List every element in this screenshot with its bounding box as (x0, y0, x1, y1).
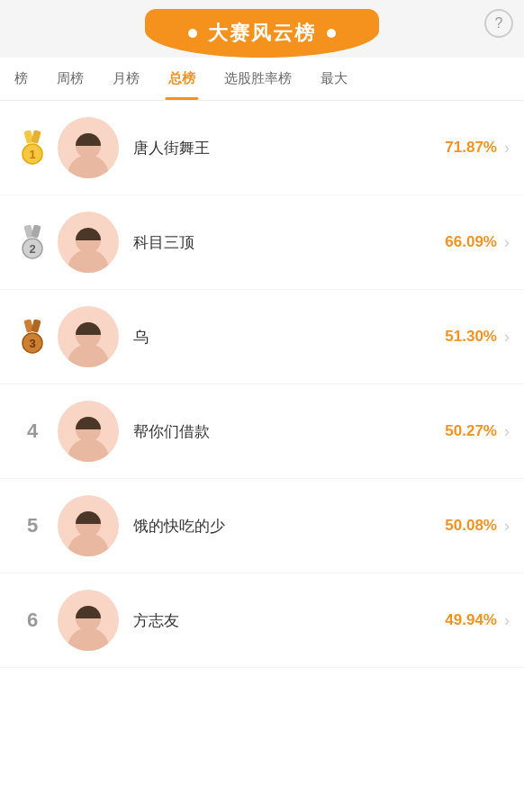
banner-dot-right (327, 29, 336, 38)
medal-bronze-icon: 3 (15, 320, 50, 354)
rank-badge-5: 5 (14, 514, 50, 537)
rank-name-3: 乌 (133, 327, 445, 347)
rank-score-1: 71.87% (445, 139, 497, 157)
medal-silver-icon: 2 (15, 225, 50, 259)
banner-title: 大赛风云榜 (208, 20, 316, 47)
rank-score-5: 50.08% (445, 517, 497, 535)
rank-badge-6: 6 (14, 609, 50, 632)
rank-score-4: 50.27% (445, 422, 497, 440)
tabs-container: 榜 周榜 月榜 总榜 选股胜率榜 最大 (0, 58, 524, 101)
rank-item-1[interactable]: 1 唐人街舞王 71.87% › (0, 101, 524, 195)
tab-stock[interactable]: 选股胜率榜 (210, 58, 306, 100)
svg-text:1: 1 (29, 148, 35, 161)
chevron-icon-2: › (504, 233, 510, 252)
svg-rect-5 (31, 225, 41, 239)
rank-item-6[interactable]: 6 方志友 49.94% › (0, 573, 524, 668)
rank-list: 1 唐人街舞王 71.87% › 2 (0, 101, 524, 668)
tab-total-label: 总榜 (168, 70, 195, 86)
tab-best[interactable]: 最大 (306, 58, 362, 100)
tab-week[interactable]: 周榜 (42, 58, 98, 100)
rank-badge-2: 2 (14, 225, 50, 259)
tab-day-label: 榜 (14, 70, 28, 86)
tab-day[interactable]: 榜 (0, 58, 42, 100)
rank-badge-1: 1 (14, 131, 50, 165)
svg-rect-1 (31, 131, 41, 144)
avatar-2 (58, 212, 119, 273)
banner-shape: 大赛风云榜 (145, 9, 379, 58)
svg-text:3: 3 (29, 337, 35, 350)
tab-month-label: 月榜 (113, 70, 140, 86)
header-banner: 大赛风云榜 ? (0, 0, 524, 58)
rank-score-6: 49.94% (445, 611, 497, 629)
banner-dot-left (188, 29, 197, 38)
tab-best-label: 最大 (321, 70, 348, 86)
svg-text:2: 2 (29, 242, 35, 256)
question-icon: ? (495, 15, 503, 32)
medal-gold-icon: 1 (15, 131, 50, 165)
chevron-icon-4: › (504, 422, 510, 441)
help-icon-wrap: ? (484, 9, 513, 38)
rank-name-1: 唐人街舞王 (133, 138, 445, 158)
rank-item-2[interactable]: 2 科目三顶 66.09% › (0, 195, 524, 290)
rank-name-5: 饿的快吃的少 (133, 516, 445, 537)
chevron-icon-5: › (504, 517, 510, 536)
help-button[interactable]: ? (484, 9, 513, 38)
rank-number-5: 5 (27, 514, 38, 537)
rank-name-4: 帮你们借款 (133, 421, 445, 442)
avatar-1 (58, 117, 119, 178)
rank-item-3[interactable]: 3 乌 51.30% › (0, 290, 524, 384)
avatar-5 (58, 495, 119, 556)
avatar-6 (58, 590, 119, 651)
rank-badge-4: 4 (14, 420, 50, 443)
avatar-4 (58, 401, 119, 462)
rank-badge-3: 3 (14, 320, 50, 354)
rank-score-2: 66.09% (445, 233, 497, 251)
rank-name-2: 科目三顶 (133, 232, 445, 253)
rank-score-3: 51.30% (445, 328, 497, 346)
chevron-icon-1: › (504, 139, 510, 158)
tab-month[interactable]: 月榜 (98, 58, 154, 100)
rank-name-6: 方志友 (133, 610, 445, 631)
rank-number-6: 6 (27, 609, 38, 632)
tab-week-label: 周榜 (57, 70, 84, 86)
tab-total[interactable]: 总榜 (154, 58, 210, 100)
avatar-3 (58, 306, 119, 367)
rank-number-4: 4 (27, 420, 38, 443)
rank-item-4[interactable]: 4 帮你们借款 50.27% › (0, 384, 524, 479)
chevron-icon-6: › (504, 611, 510, 630)
svg-rect-9 (31, 320, 41, 333)
rank-item-5[interactable]: 5 饿的快吃的少 50.08% › (0, 479, 524, 573)
chevron-icon-3: › (504, 328, 510, 347)
tab-stock-label: 选股胜率榜 (224, 70, 292, 86)
